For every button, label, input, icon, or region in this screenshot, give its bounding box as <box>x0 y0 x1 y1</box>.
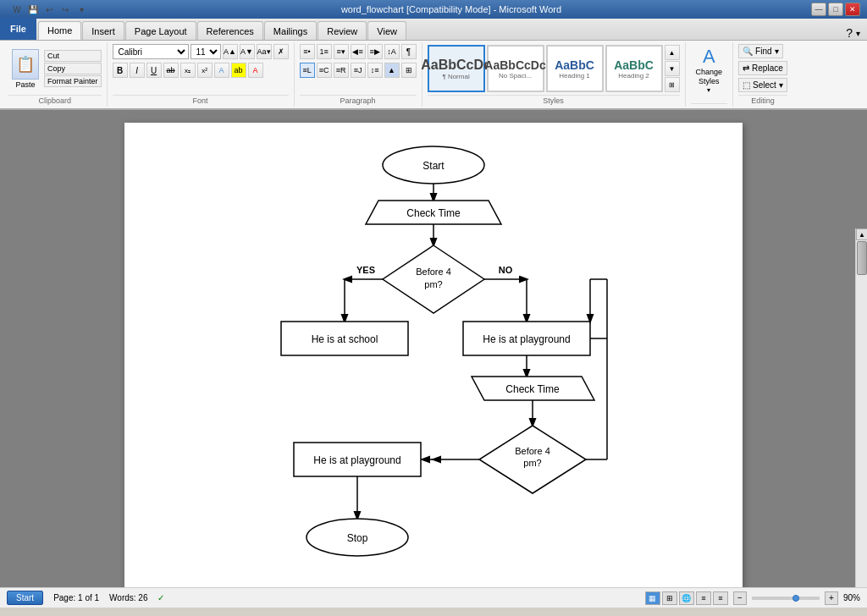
select-label: Select <box>753 80 776 90</box>
editing-group: 🔍 Find ▾ ⇄ Replace ⬚ Select ▾ Editing <box>733 42 792 107</box>
minimize-button[interactable]: — <box>811 3 826 16</box>
styles-scroll-down[interactable]: ▼ <box>665 61 680 76</box>
zoom-in-button[interactable]: + <box>825 591 838 605</box>
italic-button[interactable]: I <box>130 63 145 78</box>
find-dropdown: ▾ <box>775 47 779 56</box>
draft-view-button[interactable]: ≡ <box>713 591 728 605</box>
font-name-select[interactable]: Calibri <box>113 44 189 59</box>
align-center-button[interactable]: ≡C <box>317 63 332 78</box>
strikethrough-button[interactable]: ab <box>163 63 179 78</box>
styles-label: Styles <box>428 95 680 105</box>
replace-button[interactable]: ⇄ Replace <box>738 61 787 75</box>
tab-references[interactable]: References <box>197 21 263 40</box>
font-group: Calibri 11 A▲ A▼ Aa▾ ✗ B I U ab x₂ x² A … <box>108 42 295 107</box>
format-painter-button[interactable]: Format Painter <box>44 75 102 87</box>
style-heading1[interactable]: AaBbC Heading 1 <box>546 45 604 92</box>
close-button[interactable]: ✕ <box>845 3 860 16</box>
change-styles-group-label <box>691 103 728 105</box>
vertical-scrollbar[interactable]: ▲ ◀ ▶ ▼ <box>855 228 867 587</box>
copy-button[interactable]: Copy <box>44 63 102 74</box>
print-layout-button[interactable]: ▦ <box>645 591 660 605</box>
svg-text:Stop: Stop <box>347 532 368 544</box>
show-formatting-button[interactable]: ¶ <box>401 44 417 59</box>
spell-check-icon[interactable]: ✓ <box>157 593 164 602</box>
bullets-button[interactable]: ≡• <box>300 44 315 59</box>
line-spacing-button[interactable]: ↕≡ <box>367 63 383 78</box>
status-bar: Start Page: 1 of 1 Words: 26 ✓ ▦ ⊞ 🌐 ≡ ≡… <box>0 587 867 608</box>
styles-more[interactable]: ⊞ <box>665 77 680 92</box>
cut-button[interactable]: Cut <box>44 50 102 62</box>
clipboard-group: 📋 Paste Cut Copy Format Painter Clipboar… <box>3 42 108 107</box>
svg-text:Check Time: Check Time <box>406 207 461 219</box>
scroll-track[interactable] <box>856 240 867 587</box>
zoom-out-button[interactable]: − <box>733 591 747 605</box>
tab-view[interactable]: View <box>367 21 406 40</box>
zoom-level[interactable]: 90% <box>843 593 860 602</box>
maximize-button[interactable]: □ <box>828 3 843 16</box>
tab-page-layout[interactable]: Page Layout <box>125 21 196 40</box>
zoom-slider[interactable] <box>752 597 820 600</box>
justify-button[interactable]: ≡J <box>351 63 366 78</box>
tab-home[interactable]: Home <box>38 21 81 40</box>
align-right-button[interactable]: ≡R <box>334 63 349 78</box>
tab-mailings[interactable]: Mailings <box>264 21 317 40</box>
tab-review[interactable]: Review <box>318 21 367 40</box>
save-button[interactable]: 💾 <box>26 3 40 16</box>
quick-access-dropdown[interactable]: ▾ <box>75 3 88 16</box>
text-effects-button[interactable]: A <box>214 63 229 78</box>
ribbon-minimize-icon[interactable]: ▾ <box>856 29 860 38</box>
font-color-button[interactable]: A <box>248 63 263 78</box>
decrease-indent-button[interactable]: ◀≡ <box>351 44 366 59</box>
web-layout-button[interactable]: 🌐 <box>679 591 694 605</box>
borders-button[interactable]: ⊞ <box>401 63 417 78</box>
find-icon: 🔍 <box>743 47 753 56</box>
increase-indent-button[interactable]: ≡▶ <box>367 44 383 59</box>
select-icon: ⬚ <box>743 80 750 90</box>
tab-file[interactable]: File <box>0 18 36 40</box>
flowchart-container: Start Check Time Before 4 pm? YES NO <box>141 140 726 587</box>
paste-button[interactable]: 📋 Paste <box>8 47 42 91</box>
find-button[interactable]: 🔍 Find ▾ <box>738 44 782 58</box>
font-label: Font <box>113 95 289 105</box>
change-styles-button[interactable]: A ChangeStyles ▾ <box>691 44 728 96</box>
align-left-button[interactable]: ≡L <box>300 63 315 78</box>
font-size-select[interactable]: 11 <box>191 44 221 59</box>
svg-text:pm?: pm? <box>424 279 442 289</box>
styles-scroll-up[interactable]: ▲ <box>665 45 680 60</box>
svg-text:Check Time: Check Time <box>505 383 560 395</box>
svg-text:Before 4: Before 4 <box>515 446 550 456</box>
select-button[interactable]: ⬚ Select ▾ <box>738 78 787 92</box>
style-no-spacing[interactable]: AaBbCcDc No Spaci... <box>487 45 544 92</box>
zoom-indicator <box>792 595 799 602</box>
paste-icon: 📋 <box>12 49 39 80</box>
scroll-thumb[interactable] <box>857 241 867 275</box>
style-normal[interactable]: AaBbCcDc ¶ Normal <box>428 45 485 92</box>
numbering-button[interactable]: 1≡ <box>317 44 332 59</box>
sort-button[interactable]: ↕A <box>384 44 400 59</box>
outline-view-button[interactable]: ≡ <box>696 591 711 605</box>
shading-button[interactable]: ▲ <box>384 63 400 78</box>
highlight-button[interactable]: ab <box>231 63 246 78</box>
full-screen-button[interactable]: ⊞ <box>662 591 677 605</box>
scroll-up-button[interactable]: ▲ <box>856 228 867 240</box>
shrink-font-button[interactable]: A▼ <box>240 44 255 59</box>
underline-button[interactable]: U <box>146 63 162 78</box>
superscript-button[interactable]: x² <box>197 63 213 78</box>
undo-button[interactable]: ↩ <box>42 3 56 16</box>
tab-insert[interactable]: Insert <box>82 21 124 40</box>
svg-text:NO: NO <box>499 265 513 275</box>
redo-button[interactable]: ↪ <box>58 3 72 16</box>
start-button[interactable]: Start <box>7 591 43 605</box>
grow-font-button[interactable]: A▲ <box>223 44 238 59</box>
word-count: Words: 26 <box>109 593 147 602</box>
help-icon[interactable]: ? <box>846 26 853 40</box>
styles-group: AaBbCcDc ¶ Normal AaBbCcDc No Spaci... A… <box>422 42 686 107</box>
subscript-button[interactable]: x₂ <box>180 63 196 78</box>
change-case-button[interactable]: Aa▾ <box>257 44 272 59</box>
multilevel-button[interactable]: ≡▾ <box>334 44 349 59</box>
bold-button[interactable]: B <box>113 63 128 78</box>
clear-format-button[interactable]: ✗ <box>273 44 289 59</box>
style-heading2[interactable]: AaBbC Heading 2 <box>605 45 663 92</box>
find-label: Find <box>755 47 771 56</box>
change-styles-label: ChangeStyles <box>696 68 723 86</box>
